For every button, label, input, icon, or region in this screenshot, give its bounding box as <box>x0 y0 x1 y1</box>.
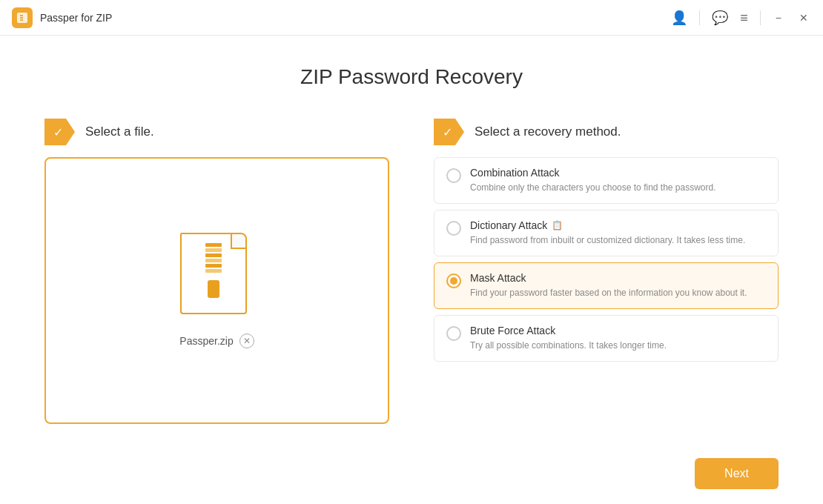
svg-rect-3 <box>20 19 23 21</box>
option-mask-title: Mask Attack <box>470 272 766 284</box>
file-name-label: Passper.zip <box>179 335 233 347</box>
file-remove-button[interactable]: ✕ <box>239 334 254 348</box>
svg-rect-2 <box>20 17 23 19</box>
file-corner <box>231 234 245 249</box>
app-logo <box>12 7 33 28</box>
method-section-label: Select a recovery method. <box>475 125 621 139</box>
method-badge: ✓ <box>434 119 464 145</box>
file-name-row: Passper.zip ✕ <box>179 334 254 348</box>
user-icon[interactable]: 👤 <box>671 11 687 24</box>
option-combination-title: Combination Attack <box>470 167 766 179</box>
option-brute[interactable]: Brute Force Attack Try all possible comb… <box>434 315 779 362</box>
option-dictionary-title: Dictionary Attack 📋 <box>470 219 766 231</box>
right-panel: ✓ Select a recovery method. Combination … <box>434 119 779 424</box>
option-dictionary-text: Dictionary Attack 📋 Find password from i… <box>470 219 766 247</box>
dictionary-copy-icon: 📋 <box>552 220 563 231</box>
option-combination-desc: Combine only the characters you choose t… <box>470 181 766 194</box>
next-button[interactable]: Next <box>695 458 779 489</box>
separator <box>699 10 700 25</box>
file-drop-zone[interactable]: Passper.zip ✕ <box>44 157 389 424</box>
file-section-label: Select a file. <box>85 125 154 139</box>
left-panel: ✓ Select a file. <box>44 119 389 424</box>
option-brute-desc: Try all possible combinations. It takes … <box>470 339 766 352</box>
titlebar-controls: 👤 💬 ≡ − ✕ <box>671 10 811 25</box>
option-combination[interactable]: Combination Attack Combine only the char… <box>434 157 779 204</box>
option-dictionary-desc: Find password from inbuilt or customized… <box>470 233 766 247</box>
zipper-line-4 <box>205 259 222 262</box>
method-section-header: ✓ Select a recovery method. <box>434 119 779 145</box>
svg-rect-1 <box>20 15 23 16</box>
option-brute-title: Brute Force Attack <box>470 325 766 336</box>
menu-icon[interactable]: ≡ <box>740 11 748 24</box>
zipper-line-6 <box>205 269 222 273</box>
zipper-line-2 <box>205 248 222 252</box>
zipper-line-5 <box>205 264 222 268</box>
radio-dictionary <box>446 221 461 236</box>
radio-combination <box>446 168 461 183</box>
option-combination-text: Combination Attack Combine only the char… <box>470 167 766 194</box>
option-mask[interactable]: Mask Attack Find your password faster ba… <box>434 262 779 309</box>
chat-icon[interactable]: 💬 <box>712 11 728 24</box>
app-title: Passper for ZIP <box>40 12 671 24</box>
file-badge-check: ✓ <box>53 125 63 139</box>
radio-mask <box>446 273 461 288</box>
file-section-header: ✓ Select a file. <box>44 119 389 145</box>
panels: ✓ Select a file. <box>44 119 779 424</box>
option-mask-desc: Find your password faster based on the i… <box>470 286 766 299</box>
zipper-line-1 <box>205 243 222 247</box>
close-button[interactable]: ✕ <box>796 10 811 25</box>
separator2 <box>760 10 761 25</box>
file-icon-container <box>180 233 254 322</box>
method-badge-check: ✓ <box>443 125 452 139</box>
zipper-line-3 <box>205 253 222 257</box>
option-mask-text: Mask Attack Find your password faster ba… <box>470 272 766 299</box>
file-zipper <box>205 243 222 273</box>
radio-brute <box>446 326 461 341</box>
option-brute-text: Brute Force Attack Try all possible comb… <box>470 325 766 352</box>
option-dictionary[interactable]: Dictionary Attack 📋 Find password from i… <box>434 210 779 256</box>
file-badge: ✓ <box>44 119 75 145</box>
options-list: Combination Attack Combine only the char… <box>434 157 779 424</box>
bottom-bar: Next <box>0 446 823 504</box>
titlebar: Passper for ZIP 👤 💬 ≡ − ✕ <box>0 0 823 36</box>
file-body <box>180 233 247 314</box>
zip-file-icon <box>180 233 254 322</box>
file-pull <box>208 280 219 298</box>
page-title: ZIP Password Recovery <box>300 65 523 89</box>
main-content: ZIP Password Recovery ✓ Select a file. <box>0 36 823 446</box>
minimize-button[interactable]: − <box>773 10 784 25</box>
